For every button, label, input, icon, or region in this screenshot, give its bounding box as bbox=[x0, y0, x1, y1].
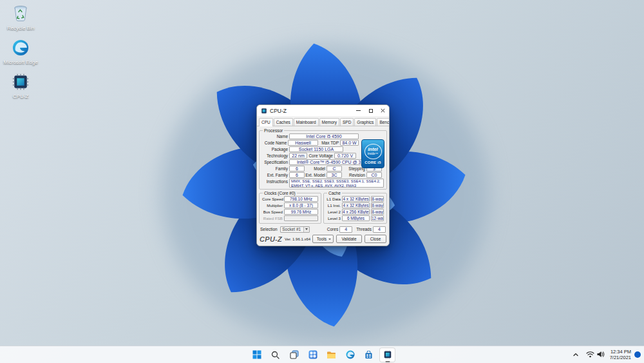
multiplier-value: x 8.0 (8 - 37) bbox=[284, 202, 318, 208]
name-value: Intel Core i5 4590 bbox=[289, 133, 359, 139]
socket-selection-dropdown[interactable]: Socket #1 bbox=[280, 226, 310, 233]
code-name-label: Code Name bbox=[262, 140, 287, 146]
desktop-icon-edge[interactable]: Microsoft Edge bbox=[1, 39, 40, 65]
package-value: Socket 1150 LGA bbox=[289, 146, 343, 152]
l1-data-label: L1 Data bbox=[327, 196, 341, 202]
desktop-icon-recycle-bin[interactable]: Recycle Bin bbox=[1, 4, 40, 31]
l1-data-size: 4 x 32 KBytes bbox=[342, 196, 370, 202]
desktop-icon-label: CPU-Z bbox=[13, 93, 28, 99]
cores-label: Cores bbox=[327, 226, 338, 232]
notifications-badge[interactable] bbox=[634, 351, 641, 358]
close-window-button[interactable] bbox=[377, 105, 389, 116]
tools-dropdown-arrow-icon bbox=[328, 239, 331, 240]
tab-cpu[interactable]: CPU bbox=[259, 118, 273, 126]
validate-button[interactable]: Validate bbox=[336, 235, 362, 243]
file-explorer-button[interactable] bbox=[323, 348, 339, 362]
task-view-button[interactable] bbox=[286, 348, 302, 362]
maximize-button[interactable] bbox=[365, 105, 377, 116]
l1-inst-label: L1 Inst. bbox=[327, 202, 341, 208]
multiplier-label: Multiplier bbox=[262, 202, 283, 208]
tab-bar: CPU Caches Mainboard Memory SPD Graphics… bbox=[257, 116, 389, 126]
start-button[interactable] bbox=[249, 348, 265, 362]
taskbar-cpuz-button[interactable] bbox=[379, 348, 395, 362]
cores-value: 4 bbox=[339, 226, 352, 233]
code-name-value: Haswell bbox=[288, 140, 317, 146]
core-voltage-label: Core Voltage bbox=[307, 153, 333, 159]
taskbar-clock[interactable]: 12:34 PM 7/21/2021 bbox=[610, 349, 631, 360]
tab-spd[interactable]: SPD bbox=[340, 118, 354, 126]
level3-size: 6 MBytes bbox=[342, 215, 370, 221]
threads-label: Threads bbox=[356, 226, 372, 232]
cpuz-app-icon bbox=[261, 105, 267, 117]
intel-logo: intel inside™ bbox=[365, 144, 382, 159]
instructions-value: MMX, SSE, SSE2, SSE3, SSSE3, SSE4.1, SSE… bbox=[289, 179, 384, 188]
volume-icon bbox=[596, 349, 605, 360]
level2-size: 4 x 256 KBytes bbox=[342, 209, 370, 215]
core-voltage-value: 0.720 V bbox=[334, 153, 356, 159]
window-footer: CPU-Z Ver. 1.96.1.x64 Tools Validate Clo… bbox=[259, 235, 387, 244]
tools-button[interactable]: Tools bbox=[312, 235, 334, 243]
threads-value: 4 bbox=[373, 226, 386, 233]
close-button[interactable]: Close bbox=[365, 235, 386, 243]
family-label: Family bbox=[262, 166, 288, 172]
desktop-icon-cpuz[interactable]: CPU-Z bbox=[1, 74, 40, 99]
hidden-icons-chevron[interactable] bbox=[571, 351, 581, 358]
intel-core-i5-badge: intel inside™ CORE i5 bbox=[361, 139, 384, 168]
taskbar-center-icons bbox=[247, 346, 397, 363]
socket-selection-value: Socket #1 bbox=[282, 227, 301, 231]
desktop-icon-label: Recycle Bin bbox=[7, 25, 34, 31]
cpu-tab-content: Processor intel inside™ CORE i5 Name Int… bbox=[257, 126, 389, 246]
clock-date: 7/21/2021 bbox=[610, 355, 631, 360]
specification-label: Specification bbox=[262, 159, 288, 165]
tab-bench[interactable]: Bench bbox=[377, 118, 390, 126]
tab-graphics[interactable]: Graphics bbox=[354, 118, 376, 126]
window-titlebar[interactable]: CPU-Z bbox=[257, 105, 389, 116]
model-value: C bbox=[327, 166, 342, 172]
technology-label: Technology bbox=[262, 153, 288, 159]
clocks-groupbox: Clocks (Core #0) Core Speed 798.10 MHz M… bbox=[259, 191, 321, 224]
level3-assoc: 12-way bbox=[371, 215, 384, 221]
model-label: Model bbox=[305, 166, 325, 172]
cache-groupbox: Cache L1 Data 4 x 32 KBytes 8-way L1 Ins… bbox=[323, 191, 387, 224]
recycle-bin-icon bbox=[12, 4, 30, 25]
revision-label: Revision bbox=[342, 172, 365, 178]
name-label: Name bbox=[262, 133, 288, 139]
minimize-button[interactable] bbox=[352, 105, 365, 116]
wifi-icon bbox=[586, 349, 594, 360]
tab-caches[interactable]: Caches bbox=[274, 118, 293, 126]
core-speed-value: 798.10 MHz bbox=[284, 196, 318, 202]
processor-groupbox: Processor intel inside™ CORE i5 Name Int… bbox=[259, 128, 387, 190]
window-title: CPU-Z bbox=[270, 108, 352, 114]
search-button[interactable] bbox=[267, 348, 283, 362]
network-volume-group[interactable] bbox=[584, 348, 607, 362]
selection-label: Selection bbox=[260, 226, 278, 232]
dropdown-arrow-icon[interactable] bbox=[303, 227, 309, 232]
level2-label: Level 2 bbox=[327, 209, 341, 215]
desktop: Recycle Bin Microsoft Edge bbox=[0, 0, 644, 363]
widgets-button[interactable] bbox=[305, 348, 321, 362]
ext-model-value: 3C bbox=[327, 172, 342, 178]
cpuz-logo: CPU-Z bbox=[260, 235, 282, 243]
tab-mainboard[interactable]: Mainboard bbox=[294, 118, 319, 126]
desktop-icon-grid: Recycle Bin Microsoft Edge bbox=[1, 4, 40, 99]
tab-memory[interactable]: Memory bbox=[319, 118, 339, 126]
package-label: Package bbox=[262, 146, 288, 152]
edge-button[interactable] bbox=[342, 348, 358, 362]
clocks-legend: Clocks (Core #0) bbox=[263, 191, 297, 195]
edge-icon bbox=[12, 39, 29, 59]
taskbar: 12:34 PM 7/21/2021 bbox=[0, 346, 644, 363]
selection-row: Selection Socket #1 Cores 4 Threads 4 bbox=[259, 226, 387, 233]
technology-value: 22 nm bbox=[289, 153, 307, 159]
l1-inst-assoc: 8-way bbox=[371, 202, 384, 208]
l1-inst-size: 4 x 32 KBytes bbox=[342, 202, 370, 208]
level3-label: Level 3 bbox=[327, 215, 341, 221]
cpu-chip-icon bbox=[12, 74, 29, 93]
core-speed-label: Core Speed bbox=[262, 196, 283, 202]
ext-family-value: 6 bbox=[289, 172, 305, 178]
cache-legend: Cache bbox=[327, 191, 342, 195]
max-tdp-value: 84.0 W bbox=[340, 140, 359, 146]
family-value: 6 bbox=[289, 166, 305, 172]
bus-speed-label: Bus Speed bbox=[262, 209, 283, 215]
rated-fsb-value bbox=[284, 215, 318, 221]
store-button[interactable] bbox=[361, 348, 377, 362]
